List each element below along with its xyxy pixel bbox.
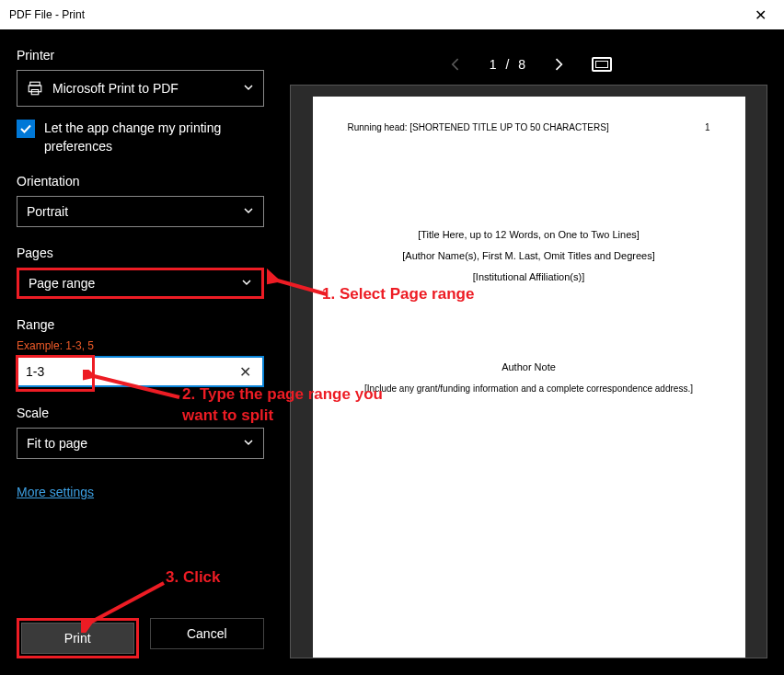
cancel-button[interactable]: Cancel <box>150 618 265 649</box>
printer-selected: Microsoft Print to PDF <box>52 81 179 96</box>
chevron-down-icon <box>241 276 252 291</box>
page-indicator: 1 / 8 <box>490 57 525 72</box>
more-settings-link[interactable]: More settings <box>17 485 264 499</box>
range-label: Range <box>17 317 264 332</box>
page-sep: / <box>506 57 510 72</box>
printer-section: Printer Microsoft Print to PDF Let the a… <box>17 48 264 155</box>
pages-selected: Page range <box>29 276 95 291</box>
page-number: 1 <box>705 122 710 132</box>
printer-icon <box>27 80 43 97</box>
running-head-row: Running head: [SHORTENED TITLE UP TO 50 … <box>348 122 710 132</box>
range-input-wrap: ✕ <box>17 356 264 387</box>
scale-selected: Fit to page <box>27 436 87 451</box>
svg-rect-1 <box>29 86 41 92</box>
scale-section: Scale Fit to page <box>17 406 264 459</box>
preview-title: [Title Here, up to 12 Words, on One to T… <box>348 224 710 246</box>
orientation-section: Orientation Portrait <box>17 174 264 227</box>
preview-title-block: [Title Here, up to 12 Words, on One to T… <box>348 224 710 288</box>
preview-area: Running head: [SHORTENED TITLE UP TO 50 … <box>290 85 767 658</box>
pages-dropdown[interactable]: Page range <box>17 268 264 299</box>
checkbox-checked-icon <box>17 120 35 138</box>
close-icon[interactable]: ✕ <box>742 6 778 24</box>
next-page-button[interactable] <box>548 53 570 75</box>
button-row: Print Cancel <box>17 618 264 658</box>
range-section: Range Example: 1-3, 5 ✕ <box>17 317 264 387</box>
current-page: 1 <box>490 57 497 72</box>
scale-label: Scale <box>17 406 264 420</box>
left-panel: Printer Microsoft Print to PDF Let the a… <box>0 29 281 675</box>
pages-section: Pages Page range <box>17 246 264 299</box>
range-example: Example: 1-3, 5 <box>17 339 264 352</box>
scale-dropdown[interactable]: Fit to page <box>17 428 264 459</box>
chevron-down-icon <box>243 204 254 219</box>
chevron-down-icon <box>243 436 254 451</box>
window-body: Printer Microsoft Print to PDF Let the a… <box>0 29 784 675</box>
printing-prefs-checkbox-row[interactable]: Let the app change my printing preferenc… <box>17 120 264 155</box>
preview-page: Running head: [SHORTENED TITLE UP TO 50 … <box>313 97 745 658</box>
range-input[interactable] <box>26 364 236 379</box>
orientation-label: Orientation <box>17 174 264 189</box>
author-note-sub: [Include any grant/funding information a… <box>348 383 710 394</box>
preview-authors: [Author Name(s), First M. Last, Omit Tit… <box>348 246 710 267</box>
checkbox-label: Let the app change my printing preferenc… <box>44 120 264 155</box>
fullscreen-icon[interactable] <box>592 57 612 72</box>
print-button[interactable]: Print <box>21 623 134 654</box>
orientation-dropdown[interactable]: Portrait <box>17 196 264 227</box>
annotation-box: Print <box>17 618 139 658</box>
preview-affiliation: [Institutional Affiliation(s)] <box>348 267 710 288</box>
right-panel: 1 / 8 Running head: [SHORTENED TITLE UP … <box>281 29 784 675</box>
prev-page-button[interactable] <box>445 53 467 75</box>
pages-label: Pages <box>17 246 264 260</box>
orientation-selected: Portrait <box>27 204 68 219</box>
clear-icon[interactable]: ✕ <box>236 363 255 381</box>
chevron-down-icon <box>243 81 254 96</box>
running-head: Running head: [SHORTENED TITLE UP TO 50 … <box>348 122 609 132</box>
printer-dropdown[interactable]: Microsoft Print to PDF <box>17 70 264 107</box>
printer-label: Printer <box>17 48 264 63</box>
preview-nav: 1 / 8 <box>290 44 767 85</box>
total-pages: 8 <box>518 57 525 72</box>
titlebar: PDF File - Print ✕ <box>0 0 784 29</box>
window-title: PDF File - Print <box>6 8 742 21</box>
author-note: Author Note <box>348 361 710 372</box>
